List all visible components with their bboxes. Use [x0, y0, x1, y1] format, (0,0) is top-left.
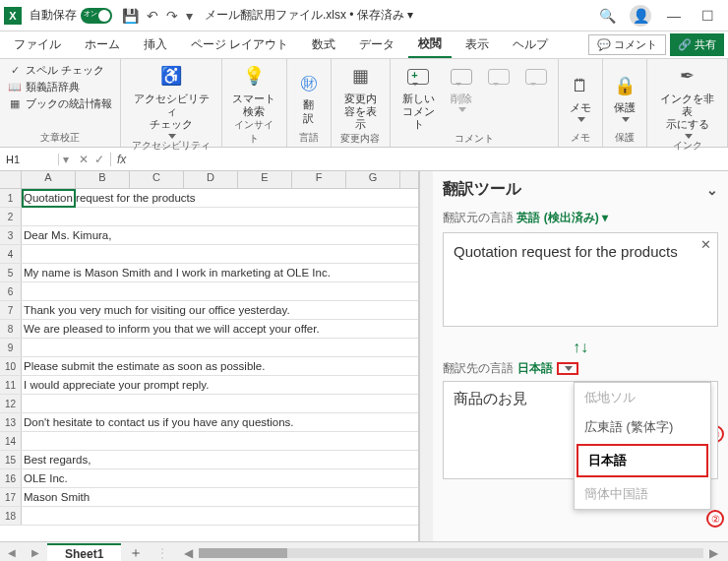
row-header[interactable]: 11 — [0, 376, 22, 394]
table-row[interactable]: 15Best regards, — [0, 451, 418, 469]
search-icon[interactable]: 🔍 — [590, 2, 624, 30]
row-header[interactable]: 2 — [0, 208, 22, 225]
cell-content[interactable]: OLE Inc. — [22, 469, 418, 487]
row-header[interactable]: 12 — [0, 395, 22, 412]
column-header[interactable]: F — [292, 171, 346, 188]
row-header[interactable]: 6 — [0, 282, 22, 300]
language-option-selected[interactable]: 日本語 — [576, 444, 708, 477]
accessibility-check-button[interactable]: ♿アクセシビリティ チェック — [129, 63, 213, 139]
cell-content[interactable]: My name is Mason Smith and I work in mar… — [22, 264, 418, 281]
comments-button[interactable]: 💬 コメント — [588, 34, 666, 55]
next-comment-button[interactable] — [522, 63, 550, 132]
table-row[interactable]: 4 — [0, 245, 418, 264]
delete-comment-button[interactable]: 削除 — [448, 63, 475, 132]
row-header[interactable]: 7 — [0, 301, 22, 319]
tab-home[interactable]: ホーム — [75, 32, 130, 57]
cell-content[interactable]: We are pleased to inform you that we wil… — [22, 320, 418, 338]
name-box-dropdown-icon[interactable]: ▾ — [59, 153, 73, 166]
sheet-nav-prev-icon[interactable]: ◀ — [0, 547, 24, 558]
swap-languages-icon[interactable]: ↑↓ — [443, 339, 718, 356]
toggle-on-icon[interactable]: オン — [81, 8, 112, 24]
table-row[interactable]: 2 — [0, 208, 418, 226]
row-header[interactable]: 3 — [0, 226, 22, 244]
sheet-tab-active[interactable]: Sheet1 — [47, 543, 121, 562]
collapse-pane-icon[interactable]: ⌄ — [706, 182, 718, 198]
table-row[interactable]: 13Don't hesitate to contact us if you ha… — [0, 413, 418, 432]
qat-dropdown-icon[interactable]: ▾ — [186, 8, 193, 24]
autosave-control[interactable]: 自動保存 オン — [30, 7, 112, 24]
cell-content[interactable] — [22, 339, 418, 356]
cancel-formula-icon[interactable]: ✕ — [79, 153, 89, 166]
table-row[interactable]: 11I would appreciate your prompt reply. — [0, 376, 418, 395]
maximize-button[interactable]: ☐ — [691, 2, 724, 30]
cell-content[interactable] — [22, 507, 418, 525]
scroll-right-icon[interactable]: ▶ — [709, 546, 718, 560]
thesaurus-button[interactable]: 📖類義語辞典 — [8, 80, 112, 94]
table-row[interactable]: 18 — [0, 507, 418, 526]
language-option[interactable]: 簡体中国語 — [575, 479, 710, 509]
save-icon[interactable]: 💾 — [122, 8, 139, 24]
table-row[interactable]: 3Dear Ms. Kimura, — [0, 226, 418, 245]
translation-result-box[interactable]: 商品のお見 低地ソル 広東語 (繁体字) 日本語 簡体中国語 — [443, 381, 718, 479]
row-header[interactable]: 8 — [0, 320, 22, 338]
tab-review[interactable]: 校閲 — [408, 31, 452, 58]
workbook-stats-button[interactable]: ▦ブックの統計情報 — [8, 96, 112, 111]
clear-text-icon[interactable]: ✕ — [700, 237, 711, 252]
cell-content[interactable] — [22, 245, 418, 263]
cell-content[interactable]: Mason Smith — [22, 488, 418, 506]
language-option[interactable]: 広東語 (繁体字) — [575, 412, 710, 442]
cell-content[interactable]: Dear Ms. Kimura, — [22, 226, 418, 244]
cell-content[interactable]: Thank you very much for visiting our off… — [22, 301, 418, 319]
column-header[interactable]: D — [184, 171, 238, 188]
sheet-nav-next-icon[interactable]: ▶ — [24, 547, 47, 558]
tab-page-layout[interactable]: ページ レイアウト — [181, 32, 298, 57]
table-row[interactable]: 17Mason Smith — [0, 488, 418, 507]
vertical-scrollbar[interactable] — [419, 171, 433, 541]
scroll-left-icon[interactable]: ◀ — [184, 546, 193, 560]
tab-file[interactable]: ファイル — [4, 32, 71, 57]
account-avatar[interactable]: 👤 — [624, 2, 657, 30]
column-header[interactable]: C — [130, 171, 184, 188]
row-header[interactable]: 10 — [0, 357, 22, 375]
tab-insert[interactable]: 挿入 — [134, 32, 177, 57]
from-language-value[interactable]: 英語 (検出済み) ▾ — [516, 211, 608, 224]
table-row[interactable]: 14 — [0, 432, 418, 451]
share-button[interactable]: 🔗 共有 — [670, 33, 724, 56]
to-language-dropdown[interactable] — [557, 362, 578, 375]
cell-content[interactable] — [22, 282, 418, 300]
row-header[interactable]: 9 — [0, 339, 22, 356]
row-header[interactable]: 13 — [0, 413, 22, 431]
column-header[interactable]: B — [76, 171, 130, 188]
table-row[interactable]: 10Please submit the estimate as soon as … — [0, 357, 418, 376]
select-all-corner[interactable] — [0, 171, 22, 188]
smart-lookup-button[interactable]: 💡スマート 検索 — [232, 63, 275, 118]
protect-button[interactable]: 🔒保護 — [611, 72, 638, 121]
table-row[interactable]: 6 — [0, 282, 418, 301]
redo-icon[interactable]: ↷ — [166, 8, 178, 24]
row-header[interactable]: 1 — [0, 189, 22, 207]
minimize-button[interactable]: — — [657, 2, 691, 30]
cell-content[interactable]: Quotation request for the products — [22, 189, 418, 207]
cells-grid[interactable]: 1Quotation request for the products23Dea… — [0, 189, 418, 541]
tab-view[interactable]: 表示 — [455, 32, 499, 57]
memo-button[interactable]: 🗒メモ — [567, 72, 594, 121]
language-option[interactable]: 低地ソル — [575, 383, 710, 412]
table-row[interactable]: 8We are pleased to inform you that we wi… — [0, 320, 418, 339]
column-header[interactable]: A — [22, 171, 76, 188]
cell-content[interactable]: I would appreciate your prompt reply. — [22, 376, 418, 394]
row-header[interactable]: 16 — [0, 469, 22, 487]
tab-formulas[interactable]: 数式 — [302, 32, 345, 57]
enter-formula-icon[interactable]: ✓ — [94, 153, 104, 166]
column-header[interactable]: G — [346, 171, 400, 188]
hide-ink-button[interactable]: ✒インクを非表 示にする — [655, 63, 719, 139]
table-row[interactable]: 9 — [0, 339, 418, 357]
table-row[interactable]: 5My name is Mason Smith and I work in ma… — [0, 264, 418, 282]
formula-input[interactable] — [132, 154, 728, 165]
show-changes-button[interactable]: ▦変更内 容を表示 — [339, 63, 382, 132]
row-header[interactable]: 5 — [0, 264, 22, 281]
table-row[interactable]: 16OLE Inc. — [0, 469, 418, 488]
source-text-box[interactable]: ✕ Quotation request for the products — [443, 232, 718, 327]
cell-content[interactable] — [22, 432, 418, 450]
cell-content[interactable]: Don't hesitate to contact us if you have… — [22, 413, 418, 431]
cell-content[interactable] — [22, 395, 418, 412]
